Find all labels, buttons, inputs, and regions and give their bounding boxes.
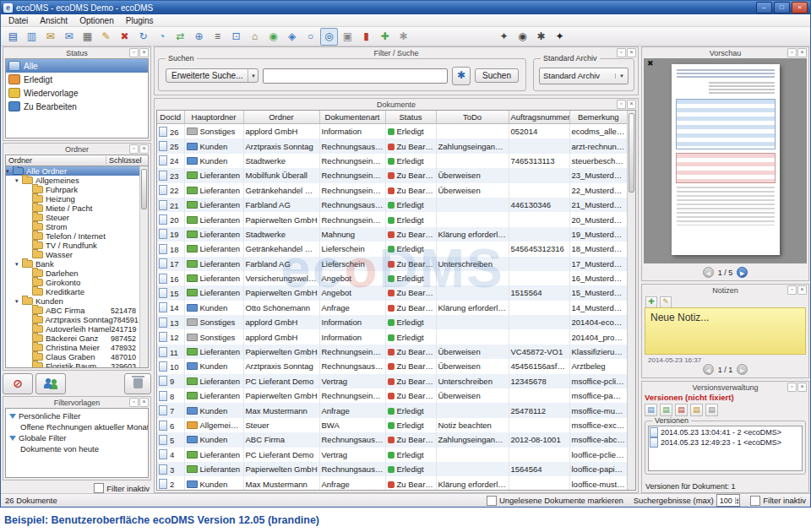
block-folder-button[interactable]: ⊘ <box>3 373 33 394</box>
folder-search-icon[interactable]: ◈ <box>283 28 301 46</box>
table-row[interactable]: 11 Lieferanten Papierwelten GmbH Rechnun… <box>157 345 628 359</box>
close-panel-icon[interactable]: × <box>627 48 636 57</box>
table-row[interactable]: 20 Lieferanten Papierwelten GmbH Rechnun… <box>157 212 628 226</box>
status-filter-item[interactable]: Zu Bearbeiten <box>6 100 148 113</box>
folder-tree-item[interactable]: Arztpraxis Sonntag 784591 <box>6 315 148 324</box>
float-panel-icon[interactable]: ▫ <box>129 144 139 154</box>
search-button[interactable]: Suchen <box>475 68 519 83</box>
prev-page-button[interactable]: ◀ <box>703 267 714 278</box>
table-row[interactable]: 22 Lieferanten Getränkehandel Baum Rechn… <box>157 183 628 198</box>
table-row[interactable]: 7 Kunden Max Mustermann Anfrage Erledigt… <box>157 403 628 417</box>
next-page-button[interactable]: ▶ <box>737 267 748 278</box>
column-header[interactable]: Bemerkung <box>569 111 628 124</box>
folder-tree-item[interactable]: Miete / Pacht <box>6 204 148 213</box>
maximize-button[interactable]: □ <box>774 2 790 14</box>
table-row[interactable]: 23 Lieferanten Mobilfunk Überall Rechnun… <box>157 168 628 182</box>
float-panel-icon[interactable]: ▫ <box>617 48 626 57</box>
column-header[interactable]: ToDo <box>436 111 509 124</box>
float-panel-icon[interactable]: ▫ <box>787 48 797 57</box>
status-filter-item[interactable]: Alle <box>6 59 148 73</box>
menu-item[interactable]: Ansicht <box>34 15 73 26</box>
table-row[interactable]: 2 Kunden Max Mustermann Anfrage Zu Bearb… <box>157 476 628 491</box>
table-row[interactable]: 17 Lieferanten Farbland AG Lieferschein … <box>157 257 628 271</box>
history-icon[interactable]: ↻ <box>134 28 152 46</box>
close-panel-icon[interactable]: × <box>797 383 807 392</box>
chevron-down-icon[interactable]: ▼ <box>248 69 258 82</box>
results-spinner[interactable]: 100 ▴▾ <box>716 494 741 507</box>
folder-column-headers[interactable]: Ordner Schlüssel <box>5 155 149 166</box>
table-row[interactable]: 5 Kunden ABC Firma Rechnungsausgang Zu B… <box>157 432 628 447</box>
delete-version-icon[interactable]: ▤ <box>675 404 688 416</box>
table-row[interactable]: 4 Lieferanten PC Lieferant Demo Vertrag … <box>157 448 628 462</box>
add-page-icon[interactable]: ✚ <box>376 28 394 46</box>
menu-item[interactable]: Datei <box>3 15 34 26</box>
new-version-icon[interactable]: ▤ <box>645 404 657 416</box>
column-header[interactable]: DocId <box>157 111 184 124</box>
home-icon[interactable]: ⌂ <box>246 28 264 46</box>
scan-icon[interactable]: ▦ <box>79 28 96 46</box>
export-version-icon[interactable]: ▤ <box>690 404 703 416</box>
search-icon[interactable]: ○ <box>302 28 319 46</box>
float-panel-icon[interactable]: ▫ <box>787 285 797 295</box>
chevron-down-icon[interactable]: ▼ <box>615 73 628 79</box>
folder-tree-item[interactable]: ABC Firma 521478 <box>6 306 148 315</box>
table-row[interactable]: 6 Allgemeines Steuer BWA Erledigt Notiz … <box>157 418 628 432</box>
advanced-search-button[interactable]: Erweiterte Suche... ▼ <box>166 68 259 83</box>
spinner-arrows-icon[interactable]: ▴▾ <box>735 497 740 504</box>
scrollbar-thumb[interactable] <box>141 169 147 209</box>
table-row[interactable]: 12 Sonstiges applord GmbH Information Er… <box>157 329 628 344</box>
mail-out-icon[interactable]: ✉ <box>60 28 78 46</box>
new-document-icon[interactable]: ▥ <box>23 28 41 46</box>
folder-tree-item[interactable]: Heizung <box>6 194 148 204</box>
permissions-button[interactable] <box>35 373 66 394</box>
table-row[interactable]: 8 Lieferanten Papierwelten GmbH Rechnung… <box>157 388 628 403</box>
note-item[interactable]: Neue Notiz... <box>645 307 806 355</box>
close-panel-icon[interactable]: × <box>139 48 149 57</box>
column-header[interactable]: Auftragsnummer <box>509 111 569 124</box>
table-row[interactable]: 16 Lieferanten Versicherungswelten... An… <box>157 271 628 285</box>
save-icon[interactable]: ▤ <box>4 28 22 46</box>
folder-tree-item[interactable]: TV / Rundfunk <box>6 241 148 250</box>
table-row[interactable]: 10 Kunden Arztpraxis Sonntag Rechnungsau… <box>157 359 628 373</box>
prev-note-button[interactable]: ◀ <box>703 364 714 375</box>
filter-template-item[interactable]: Dokumente von heute <box>6 443 148 454</box>
float-panel-icon[interactable]: ▫ <box>129 398 139 407</box>
table-row[interactable]: 19 Lieferanten Stadtwerke Mahnung Zu Bea… <box>157 227 628 242</box>
menu-item[interactable]: Plugins <box>120 15 160 26</box>
settings-icon[interactable]: ✱ <box>532 28 550 46</box>
column-header[interactable]: Ordner <box>243 111 319 124</box>
folder-tree-item[interactable]: Darlehen <box>6 269 148 278</box>
advanced-search-icon[interactable]: ◎ <box>320 28 338 46</box>
mail-in-icon[interactable]: ✉ <box>41 28 59 46</box>
monitor-icon[interactable]: ⊡ <box>227 28 245 46</box>
refresh-versions-icon[interactable]: ▤ <box>705 404 718 416</box>
tree-expander-icon[interactable]: ▾ <box>15 261 22 268</box>
folder-tree-item[interactable]: Floristik Baum 329603 <box>6 361 148 368</box>
column-header[interactable]: Dokumentenart <box>319 111 385 124</box>
float-panel-icon[interactable]: ▫ <box>129 48 139 57</box>
edit-note-icon[interactable]: ✎ <box>660 296 672 308</box>
group-admin-icon[interactable]: ◉ <box>514 28 531 46</box>
table-row[interactable]: 9 Lieferanten PC Lieferant Demo Vertrag … <box>157 374 628 388</box>
table-scrollbar[interactable] <box>627 111 635 490</box>
close-panel-icon[interactable]: × <box>627 100 636 109</box>
folder-tree-item[interactable]: Steuer <box>6 213 148 222</box>
folder-tree-item[interactable]: ▾ Allgemeines <box>6 176 148 185</box>
filter-inactive-checkbox[interactable] <box>750 496 760 506</box>
close-button[interactable]: × <box>792 2 808 14</box>
float-panel-icon[interactable]: ▫ <box>787 383 797 392</box>
unread-checkbox[interactable] <box>487 496 497 506</box>
delete-document-icon[interactable]: ✖ <box>116 28 133 46</box>
table-row[interactable]: 24 Kunden Stadtwerke Rechnungseingang Er… <box>157 154 628 168</box>
search-settings-button[interactable]: ✱ <box>452 67 471 85</box>
table-row[interactable]: 26 Sonstiges applord GmbH Information Er… <box>157 124 628 139</box>
close-panel-icon[interactable]: × <box>797 48 807 57</box>
close-panel-icon[interactable]: × <box>139 144 149 154</box>
resubmission-clock-icon[interactable]: ◔ <box>153 28 171 46</box>
folder-tree-item[interactable]: Autoverleih Hamel 241719 <box>6 324 148 334</box>
menu-item[interactable]: Optionen <box>73 15 120 26</box>
tree-expander-icon[interactable]: ▾ <box>15 298 22 305</box>
link-icon[interactable]: ⊕ <box>190 28 208 46</box>
folder-tree-item[interactable]: Strom <box>6 222 148 231</box>
table-row[interactable]: 13 Sonstiges applord GmbH Information Er… <box>157 315 628 329</box>
